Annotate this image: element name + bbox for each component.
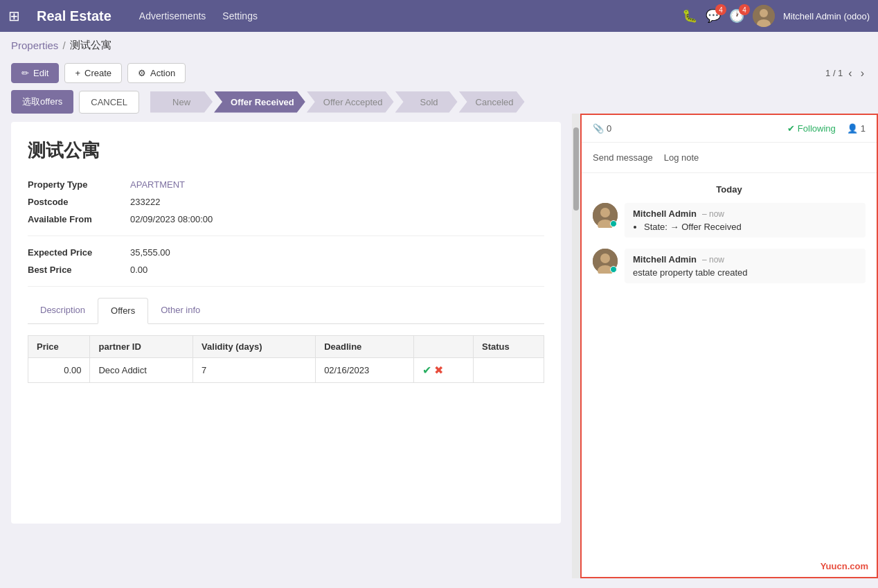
field-best-price: Best Price 0.00 [28, 265, 544, 275]
avatar-2 [593, 249, 618, 274]
main-layout: 测试公寓 Property Type APARTMENT Postcode 23… [0, 114, 878, 578]
pagination-next[interactable]: › [858, 66, 867, 81]
message-time-2: – now [702, 255, 724, 265]
breadcrumb: Properties / 测试公寓 [0, 32, 878, 59]
plus-icon: + [75, 68, 80, 78]
cell-price: 0.00 [28, 358, 90, 383]
cell-status [474, 358, 544, 383]
toolbar: ✏ Edit + Create ⚙ Action 1 / 1 ‹ › [0, 59, 878, 87]
clock-icon-wrapper[interactable]: 🕐 4 [729, 8, 744, 24]
label-postcode: Postcode [28, 197, 125, 207]
form-tabs: Description Offers Other info [28, 298, 544, 324]
step-offer-accepted[interactable]: Offer Accepted [307, 91, 394, 113]
edit-label: Edit [33, 68, 48, 78]
field-property-type: Property Type APARTMENT [28, 179, 544, 190]
step-sold[interactable]: Sold [395, 91, 458, 113]
top-navigation: ⊞ Real Estate Advertisements Settings 🐛 … [0, 0, 878, 32]
svg-point-7 [600, 253, 610, 263]
app-title: Real Estate [37, 8, 111, 24]
col-validity: Validity (days) [193, 336, 316, 358]
chat-icon-wrapper[interactable]: 💬 4 [706, 8, 721, 24]
follower-count[interactable]: 👤 1 [847, 123, 866, 134]
pagination-prev[interactable]: ‹ [845, 66, 854, 81]
value-expected-price: 35,555.00 [130, 247, 170, 258]
accept-button[interactable]: ✔ [422, 364, 431, 376]
chatter-panel: 📎 0 ✔ Following 👤 1 Send message Log not… [580, 114, 878, 578]
cell-partner: Deco Addict [90, 358, 193, 383]
field-expected-price: Expected Price 35,555.00 [28, 247, 544, 258]
left-panel: 测试公寓 Property Type APARTMENT Postcode 23… [0, 114, 572, 578]
step-new[interactable]: New [150, 91, 213, 113]
message-state-change: State: → Offer Received [644, 222, 857, 232]
chatter-header: 📎 0 ✔ Following 👤 1 [582, 115, 877, 143]
col-deadline: Deadline [316, 336, 414, 358]
gear-icon: ⚙ [138, 68, 146, 78]
paperclip-icon: 📎 [593, 123, 604, 134]
online-indicator-2 [610, 266, 617, 273]
message-item-2: Mitchell Admin – now estate property tab… [593, 249, 866, 283]
create-label: Create [84, 68, 111, 78]
step-canceled[interactable]: Canceled [459, 91, 525, 113]
field-available-from: Available From 02/09/2023 08:00:00 [28, 214, 544, 224]
value-property-type[interactable]: APARTMENT [130, 179, 185, 190]
user-name[interactable]: Mitchell Admin (odoo) [783, 11, 870, 21]
attachment-count[interactable]: 📎 0 [593, 123, 611, 134]
avatar-1 [593, 203, 618, 228]
col-status: Status [474, 336, 544, 358]
message-content-1: Mitchell Admin – now State: → Offer Rece… [625, 203, 866, 238]
create-button[interactable]: + Create [64, 63, 122, 83]
check-icon: ✔ [787, 123, 795, 134]
send-message-button[interactable]: Send message [593, 150, 653, 166]
message-body-2: estate property table created [633, 267, 857, 278]
message-body-1: State: → Offer Received [633, 222, 857, 232]
nav-settings[interactable]: Settings [222, 10, 258, 21]
tab-other-info[interactable]: Other info [148, 298, 213, 323]
step-offer-received[interactable]: Offer Received [214, 91, 305, 113]
clock-badge: 4 [739, 4, 750, 15]
tab-offers[interactable]: Offers [98, 298, 148, 324]
scrollbar-thumb[interactable] [573, 127, 579, 211]
col-partner-id: partner ID [90, 336, 193, 358]
nav-advertisements[interactable]: Advertisements [139, 10, 206, 21]
watermark: Yuucn.com [582, 555, 877, 577]
avatar[interactable] [753, 5, 775, 27]
action-button[interactable]: ⚙ Action [127, 63, 186, 83]
col-price: Price [28, 336, 90, 358]
value-postcode: 233222 [130, 197, 160, 207]
person-icon: 👤 [847, 123, 858, 134]
divider-2 [28, 286, 544, 287]
cell-validity: 7 [193, 358, 316, 383]
app-grid-icon[interactable]: ⊞ [8, 8, 20, 24]
bug-icon-wrapper[interactable]: 🐛 [682, 8, 697, 24]
header-right: 🐛 💬 4 🕐 4 Mitchell Admin (odoo) [682, 5, 870, 27]
value-available-from: 02/09/2023 08:00:00 [130, 214, 213, 224]
reject-button[interactable]: ✖ [434, 364, 443, 376]
tab-description[interactable]: Description [28, 298, 98, 323]
scrollbar[interactable] [572, 114, 580, 578]
divider-1 [28, 235, 544, 236]
value-best-price: 0.00 [130, 265, 147, 275]
label-available-from: Available From [28, 214, 125, 224]
select-offers-button[interactable]: 选取offers [11, 90, 73, 114]
cancel-button[interactable]: CANCEL [79, 91, 139, 114]
message-header-1: Mitchell Admin – now [633, 208, 857, 219]
breadcrumb-separator: / [62, 39, 65, 51]
label-property-type: Property Type [28, 179, 125, 190]
edit-button[interactable]: ✏ Edit [11, 63, 59, 83]
offers-table: Price partner ID Validity (days) Deadlin… [28, 335, 544, 383]
edit-icon: ✏ [21, 68, 29, 78]
message-author-2: Mitchell Admin [633, 254, 697, 265]
attachment-count-value: 0 [607, 123, 611, 134]
message-item: Mitchell Admin – now State: → Offer Rece… [593, 203, 866, 238]
label-best-price: Best Price [28, 265, 125, 275]
following-label: Following [798, 123, 836, 134]
chatter-actions: Send message Log note [582, 143, 877, 173]
following-button[interactable]: ✔ Following [787, 123, 836, 134]
breadcrumb-parent[interactable]: Properties [11, 39, 58, 51]
message-author-1: Mitchell Admin [633, 208, 697, 219]
pagination: 1 / 1 ‹ › [825, 66, 867, 81]
col-actions [414, 336, 474, 358]
log-note-button[interactable]: Log note [664, 150, 699, 166]
message-content-2: Mitchell Admin – now estate property tab… [625, 249, 866, 283]
label-expected-price: Expected Price [28, 247, 125, 258]
